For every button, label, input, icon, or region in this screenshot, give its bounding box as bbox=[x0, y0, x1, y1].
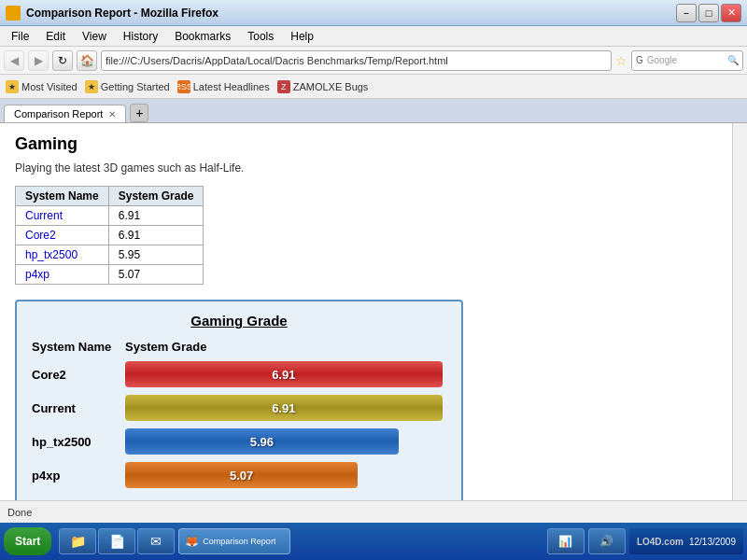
chart-bar-container: 5.07 bbox=[125, 462, 446, 488]
tray-logo-text: LO4D.com bbox=[637, 537, 684, 547]
rss-icon: RSS bbox=[177, 80, 190, 93]
taskbar-btn-docs[interactable]: 📄 bbox=[98, 528, 135, 554]
table-row: p4xp5.07 bbox=[16, 265, 204, 285]
system-time: 12/13/2009 bbox=[689, 537, 736, 547]
tab-bar: Comparison Report ✕ + bbox=[0, 99, 747, 123]
menu-bookmarks[interactable]: Bookmarks bbox=[167, 28, 238, 45]
system-tray: LO4D.com 12/13/2009 bbox=[629, 528, 743, 554]
chart-bars-container: Core26.91Current6.91hp_tx25005.96p4xp5.0… bbox=[32, 361, 446, 488]
status-bar: Done bbox=[0, 500, 747, 523]
chart-bar-container: 6.91 bbox=[125, 361, 446, 387]
back-button[interactable]: ◀ bbox=[4, 50, 24, 71]
tab-close-button[interactable]: ✕ bbox=[108, 109, 116, 119]
bookmark-label: Latest Headlines bbox=[193, 81, 270, 92]
data-table: System Name System Grade Current6.91Core… bbox=[15, 186, 204, 285]
table-row: Core26.91 bbox=[16, 226, 204, 245]
chart-bar-container: 5.96 bbox=[125, 428, 446, 455]
bookmark-label: ZAMOLXE Bugs bbox=[293, 81, 369, 92]
taskbar: Start 📁 📄 ✉ 🦊 Comparison Report 📊 🔊 LO4D… bbox=[0, 523, 747, 560]
search-icon[interactable]: 🔍 bbox=[727, 55, 739, 65]
scrollbar[interactable] bbox=[732, 123, 747, 500]
chart-bar-row: Core26.91 bbox=[32, 361, 446, 387]
menu-file[interactable]: File bbox=[4, 28, 36, 45]
maximize-button[interactable]: □ bbox=[698, 4, 719, 22]
bookmark-label: Getting Started bbox=[101, 81, 170, 92]
chart-title: Gaming Grade bbox=[32, 313, 446, 329]
search-engine-icon: G bbox=[636, 55, 643, 65]
chart-bar: 6.91 bbox=[125, 395, 443, 421]
page-description: Playing the latest 3D games such as Half… bbox=[15, 161, 732, 175]
menu-edit[interactable]: Edit bbox=[38, 28, 73, 45]
tray-logo-area: LO4D.com bbox=[637, 537, 684, 547]
bookmark-most-visited[interactable]: ★ Most Visited bbox=[6, 80, 78, 93]
menu-history[interactable]: History bbox=[116, 28, 165, 45]
nav-bar: ◀ ▶ ↻ 🏠 file:///C:/Users/Dacris/AppData/… bbox=[0, 47, 747, 75]
bookmark-getting-started[interactable]: ★ Getting Started bbox=[85, 80, 170, 93]
taskbar-btn-icon2[interactable]: 🔊 bbox=[588, 528, 626, 554]
bookmarks-bar: ★ Most Visited ★ Getting Started RSS Lat… bbox=[0, 75, 747, 99]
col-system-name: System Name bbox=[16, 187, 109, 206]
table-row: hp_tx25005.95 bbox=[16, 245, 204, 265]
taskbar-btn-explorer[interactable]: 📁 bbox=[59, 528, 96, 554]
title-bar: Comparison Report - Mozilla Firefox − □ … bbox=[0, 0, 747, 26]
chart-bar-label: Current bbox=[32, 401, 125, 415]
tab-comparison-report[interactable]: Comparison Report ✕ bbox=[4, 105, 126, 122]
window-title: Comparison Report - Mozilla Firefox bbox=[26, 7, 218, 20]
chart-bar-container: 6.91 bbox=[125, 395, 446, 421]
menu-view[interactable]: View bbox=[75, 28, 114, 45]
chart-bar: 5.96 bbox=[125, 428, 399, 455]
chart-col-name-header: System Name bbox=[32, 340, 125, 354]
menu-tools[interactable]: Tools bbox=[240, 28, 281, 45]
address-bar[interactable]: file:///C:/Users/Dacris/AppData/Local/Da… bbox=[101, 50, 612, 71]
bookmark-star-icon[interactable]: ☆ bbox=[615, 53, 627, 68]
tab-label: Comparison Report bbox=[14, 108, 103, 119]
cell-system-grade: 5.07 bbox=[108, 265, 204, 285]
reload-button[interactable]: ↻ bbox=[52, 50, 73, 71]
taskbar-window-firefox[interactable]: 🦊 Comparison Report bbox=[178, 528, 290, 554]
home-button[interactable]: 🏠 bbox=[77, 50, 97, 71]
minimize-button[interactable]: − bbox=[676, 4, 697, 22]
cell-system-name: p4xp bbox=[16, 265, 109, 285]
cell-system-name: Current bbox=[16, 206, 109, 226]
app-icon bbox=[6, 6, 21, 21]
chart-bar-row: Current6.91 bbox=[32, 395, 446, 421]
table-row: Current6.91 bbox=[16, 206, 204, 226]
close-button[interactable]: ✕ bbox=[721, 4, 741, 22]
chart-bar: 6.91 bbox=[125, 361, 443, 387]
chart-col-grade-header: System Grade bbox=[125, 340, 206, 354]
chart-bar-label: p4xp bbox=[32, 469, 125, 483]
star-icon: ★ bbox=[6, 80, 19, 93]
new-tab-button[interactable]: + bbox=[130, 104, 148, 122]
address-text: file:///C:/Users/Dacris/AppData/Local/Da… bbox=[106, 55, 448, 66]
start-button[interactable]: Start bbox=[4, 527, 51, 555]
chart-box: Gaming Grade System Name System Grade Co… bbox=[15, 300, 463, 500]
search-box[interactable]: G Google 🔍 bbox=[631, 50, 743, 71]
page-title: Gaming bbox=[15, 134, 732, 154]
chart-bar-row: hp_tx25005.96 bbox=[32, 428, 446, 455]
taskbar-btn-mail[interactable]: ✉ bbox=[137, 528, 175, 554]
chart-bar-row: p4xp5.07 bbox=[32, 462, 446, 488]
taskbar-right-area: 📊 🔊 LO4D.com 12/13/2009 bbox=[547, 528, 743, 554]
bookmark-zamolxe-bugs[interactable]: Z ZAMOLXE Bugs bbox=[277, 80, 369, 93]
chart-bar-label: Core2 bbox=[32, 368, 125, 382]
taskbar-quick-launch: 📁 📄 ✉ bbox=[59, 528, 175, 554]
forward-button[interactable]: ▶ bbox=[28, 50, 49, 71]
cell-system-name: Core2 bbox=[16, 226, 109, 245]
taskbar-btn-icon1[interactable]: 📊 bbox=[547, 528, 585, 554]
content-area[interactable]: Gaming Playing the latest 3D games such … bbox=[0, 123, 747, 500]
chart-bar: 5.07 bbox=[125, 462, 358, 488]
star-icon: ★ bbox=[85, 80, 98, 93]
status-text: Done bbox=[7, 507, 32, 518]
cell-system-grade: 6.91 bbox=[108, 226, 204, 245]
menu-help[interactable]: Help bbox=[283, 28, 321, 45]
chart-bar-label: hp_tx2500 bbox=[32, 435, 125, 449]
window-controls: − □ ✕ bbox=[676, 4, 741, 22]
menu-bar: File Edit View History Bookmarks Tools H… bbox=[0, 26, 747, 47]
firefox-icon: 🦊 bbox=[185, 535, 199, 548]
bookmark-latest-headlines[interactable]: RSS Latest Headlines bbox=[177, 80, 270, 93]
bug-icon: Z bbox=[277, 80, 290, 93]
cell-system-grade: 5.95 bbox=[108, 245, 204, 265]
search-placeholder: Google bbox=[647, 55, 677, 65]
chart-headers: System Name System Grade bbox=[32, 340, 446, 354]
col-system-grade: System Grade bbox=[108, 187, 204, 206]
